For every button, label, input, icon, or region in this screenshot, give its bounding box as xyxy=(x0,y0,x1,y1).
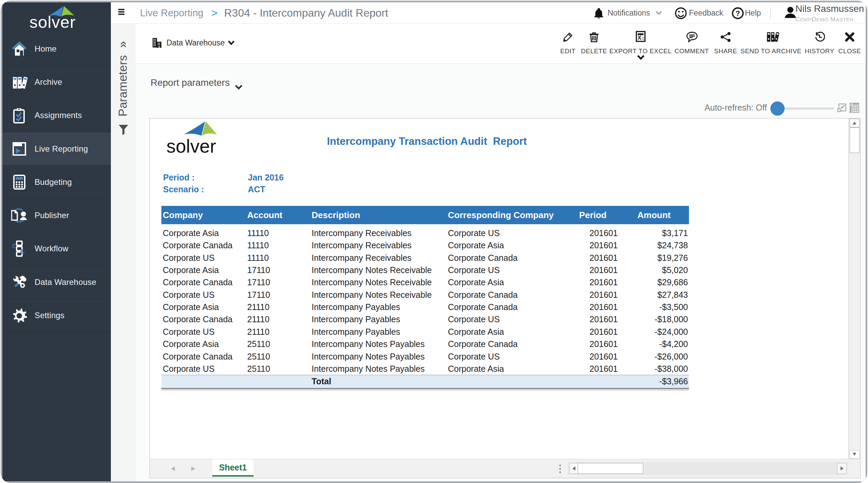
svg-text:?: ? xyxy=(735,9,740,18)
svg-text:X: X xyxy=(637,35,641,41)
svg-text:solver: solver xyxy=(29,13,76,31)
